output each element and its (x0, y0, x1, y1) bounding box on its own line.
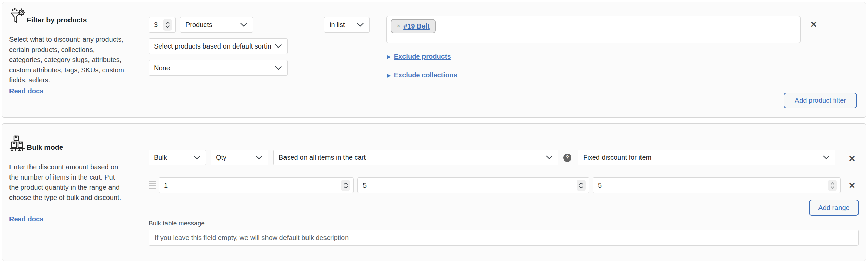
range-from-field (159, 177, 354, 193)
product-count-input[interactable] (149, 17, 163, 32)
bulk-boxes-icon (8, 134, 27, 154)
condition-select[interactable]: in list (324, 17, 370, 33)
remove-bulk-rule-icon[interactable]: ✕ (847, 153, 857, 164)
stepper-up-down-icon[interactable] (341, 180, 350, 191)
discount-rules-page: Filter by products Select what to discou… (0, 0, 868, 263)
triangle-right-icon: ▶ (387, 54, 391, 59)
secondary-filter-select[interactable]: None (149, 60, 288, 76)
selected-products-box[interactable]: × #19 Belt (386, 16, 801, 43)
chevron-down-icon (255, 155, 263, 159)
sorting-select[interactable]: Select products based on default sorting (149, 38, 288, 54)
range-to-input[interactable] (358, 178, 577, 193)
drag-handle-icon[interactable] (149, 181, 156, 189)
add-product-filter-button[interactable]: Add product filter (784, 93, 857, 108)
chevron-down-icon (275, 44, 282, 48)
based-on-select[interactable]: Based on all items in the cart (273, 150, 558, 165)
range-from-input[interactable] (159, 178, 341, 193)
measure-select[interactable]: Qty (211, 150, 268, 165)
range-to-field (357, 177, 589, 193)
chevron-down-icon (240, 23, 248, 27)
filter-by-products-card: Filter by products Select what to discou… (2, 2, 866, 118)
discount-type-select[interactable]: Fixed discount for item (578, 150, 835, 165)
remove-tag-icon[interactable]: × (397, 22, 400, 30)
help-icon[interactable]: ? (563, 154, 571, 162)
chevron-down-icon (275, 66, 282, 70)
stepper-up-down-icon[interactable] (163, 19, 172, 31)
triangle-right-icon: ▶ (387, 73, 391, 78)
bulk-table-message-label: Bulk table message (149, 220, 205, 227)
add-range-button[interactable]: Add range (809, 200, 859, 216)
exclude-products-toggle[interactable]: ▶ Exclude products (387, 53, 451, 60)
bulk-section-description: Enter the discount amount based on the n… (9, 162, 124, 203)
exclude-collections-toggle[interactable]: ▶ Exclude collections (387, 71, 457, 79)
chevron-down-icon (193, 155, 201, 159)
filter-section-description: Select what to discount: any products, c… (9, 34, 125, 85)
bulk-table-message-input[interactable] (149, 230, 859, 246)
chevron-down-icon (823, 155, 830, 159)
product-count-field (149, 17, 176, 33)
filter-section-title: Filter by products (27, 16, 87, 24)
funnel-gear-icon (8, 7, 27, 27)
stepper-up-down-icon[interactable] (577, 180, 586, 191)
bulk-mode-card: Bulk mode Enter the discount amount base… (2, 123, 866, 261)
range-discount-input[interactable] (593, 178, 828, 193)
selected-product-link[interactable]: #19 Belt (403, 22, 430, 30)
stepper-up-down-icon[interactable] (828, 180, 837, 191)
remove-filter-icon[interactable]: ✕ (809, 19, 819, 30)
bulk-mode-select[interactable]: Bulk (149, 150, 206, 165)
remove-range-icon[interactable]: ✕ (847, 180, 857, 190)
bulk-read-docs-link[interactable]: Read docs (9, 215, 43, 223)
product-type-select[interactable]: Products (180, 17, 253, 33)
filter-read-docs-link[interactable]: Read docs (9, 87, 43, 95)
selected-product-tag[interactable]: × #19 Belt (391, 19, 436, 33)
range-discount-field (593, 177, 841, 193)
chevron-down-icon (546, 155, 553, 159)
chevron-down-icon (357, 23, 364, 27)
bulk-section-title: Bulk mode (27, 143, 63, 151)
